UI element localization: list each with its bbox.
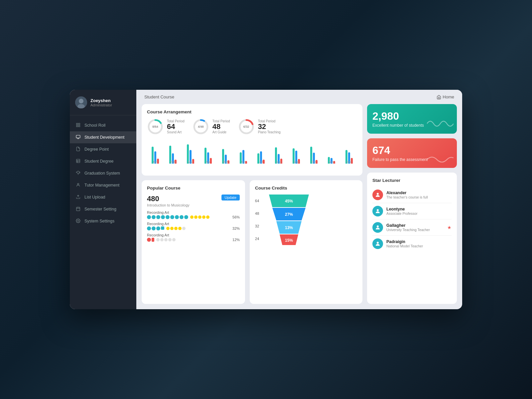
funnel-values: 64 48 32 24 (255, 195, 259, 245)
sidebar-item-student-development[interactable]: Student Development (70, 131, 136, 143)
donut-label-2: 4/48 (198, 125, 204, 129)
bar-month-label: Feb (170, 160, 176, 164)
svg-point-38 (377, 209, 379, 211)
sidebar-item-label: Tutor Management (84, 183, 119, 188)
bottom-row: Popular Course 480 Introduction to Music… (142, 180, 362, 304)
svg-rect-6 (78, 125, 80, 127)
course-row-data-1: 56% (147, 215, 240, 219)
sidebar-item-list-upload[interactable]: List Upload (70, 191, 136, 203)
person-icon (166, 215, 170, 219)
popular-course-title: Popular Course (147, 186, 240, 191)
star-dot (166, 227, 170, 230)
star-dot (172, 238, 176, 241)
sidebar-item-tutor-management[interactable]: Tutor Management (70, 179, 136, 191)
table-icon (76, 159, 81, 164)
period-item-2: 4/48 Total Period 48 Art Guide (193, 118, 230, 135)
svg-point-1 (79, 99, 83, 103)
right-panel: 2,980 Excellent number of students 674 F… (367, 104, 457, 304)
person-icons-2 (147, 226, 164, 230)
lecturer-item-leontyne: Leontyne Associate Professor (372, 203, 452, 219)
lecturer-avatar-padraigin (372, 238, 383, 249)
donut-label-3: 6/32 (243, 125, 249, 129)
course-credits-title: Course Credits (255, 186, 357, 191)
course-row-1: Recording Art (147, 210, 240, 219)
funnel-val-4: 24 (255, 232, 259, 245)
bar-month-label: Apr (205, 160, 210, 164)
monitor-icon (76, 135, 81, 140)
svg-rect-3 (76, 123, 78, 125)
period-info-2: Total Period 48 Art Guide (212, 119, 230, 134)
user-icon (76, 183, 81, 188)
star-dot (182, 227, 186, 230)
stat-card-excellent: 2,980 Excellent number of students (367, 104, 457, 134)
lecturer-item-gallagher: Gallagher University Teaching Teacher ★ (372, 219, 452, 236)
svg-point-39 (377, 225, 379, 227)
person-icon (147, 226, 151, 230)
course-row-label-3: Recording Art (147, 233, 240, 237)
update-button[interactable]: Update (221, 195, 240, 200)
bar-group: Aug (270, 140, 287, 164)
bar-chart: JanFebMarAprMayJunJulAugSepOctNovDec (147, 140, 357, 170)
period-num-1: 64 (167, 123, 185, 130)
star-dot (206, 215, 209, 219)
svg-point-40 (377, 242, 379, 244)
sidebar-item-label: School Roll (84, 123, 105, 128)
star-dot (174, 227, 178, 230)
course-count: 480 (147, 195, 190, 203)
bar-month-label: Dec (346, 160, 351, 164)
bar-group: Mar (182, 140, 199, 164)
person-icon (161, 215, 165, 219)
avatar (75, 96, 87, 108)
bar-group: Sep (288, 140, 304, 164)
sidebar-item-student-degree[interactable]: Student Degree (70, 155, 136, 167)
bar-group: Dec (341, 140, 357, 164)
person-icon (152, 215, 156, 219)
funnel-val-3: 32 (255, 220, 259, 232)
person-icon (147, 215, 151, 219)
course-header: 480 Introduction to Musicology Update (147, 195, 240, 207)
lecturer-role-gallagher: University Teaching Teacher (386, 228, 444, 232)
course-row-label-1: Recording Art (147, 210, 240, 214)
sidebar-item-label: System Settings (84, 219, 114, 223)
svg-rect-4 (78, 123, 80, 125)
person-icon (161, 226, 164, 230)
bar-group: Jun (235, 140, 251, 164)
person-icon (170, 215, 174, 219)
bar-month-label: Sep (293, 160, 299, 164)
file-icon (76, 147, 81, 152)
period-item-1: 8/64 Total Period 64 Sound Art (147, 118, 185, 135)
funnel-val-2: 48 (255, 207, 259, 220)
funnel-chart: 45% 27% 13% 15% (262, 195, 316, 245)
star-dot (160, 238, 164, 241)
lecturer-avatar-leontyne (372, 206, 383, 216)
sidebar-item-label: Student Degree (84, 159, 114, 164)
period-info-1: Total Period 64 Sound Art (167, 119, 185, 134)
sidebar-user-role: Administrator (90, 103, 112, 107)
sidebar-item-school-roll[interactable]: School Roll (70, 119, 136, 131)
period-name-1: Sound Art (167, 130, 185, 134)
stat-card-failure: 674 Failure to pass the assessment (367, 138, 457, 168)
sidebar: Zoeyshen Administrator School Roll Stude… (70, 90, 136, 309)
sidebar-item-degree-point[interactable]: Degree Point (70, 143, 136, 155)
home-label: Home (443, 94, 454, 99)
star-dots-1 (190, 215, 209, 219)
svg-point-22 (77, 220, 79, 221)
sidebar-item-system-settings[interactable]: System Settings (70, 215, 136, 227)
sidebar-user-name: Zoeyshen (90, 98, 112, 103)
star-lecturer-card: Star Lecturer Alexander The teacher's co… (367, 173, 457, 304)
sidebar-item-semester-setting[interactable]: Semester Setting (70, 203, 136, 215)
lecturer-name-padraigin: Padraigin (386, 239, 452, 244)
sidebar-item-graduation-system[interactable]: Graduation System (70, 167, 136, 179)
person-icon (156, 215, 160, 219)
sidebar-item-label: Student Development (84, 135, 124, 140)
lecturer-item-padraigin: Padraigin National Model Teacher (372, 236, 452, 252)
course-pct-2: 32% (232, 226, 240, 230)
period-item-3: 6/32 Total Period 32 Piano Teaching (238, 118, 281, 135)
bar-month-label: Oct (311, 160, 316, 164)
sidebar-item-label: Graduation System (84, 171, 120, 176)
sidebar-user: Zoeyshen Administrator (70, 90, 136, 115)
lecturer-name-leontyne: Leontyne (386, 207, 452, 211)
star-dot (178, 227, 182, 230)
bar-month-label: May (223, 160, 228, 164)
donut-2: 4/48 (193, 118, 209, 135)
